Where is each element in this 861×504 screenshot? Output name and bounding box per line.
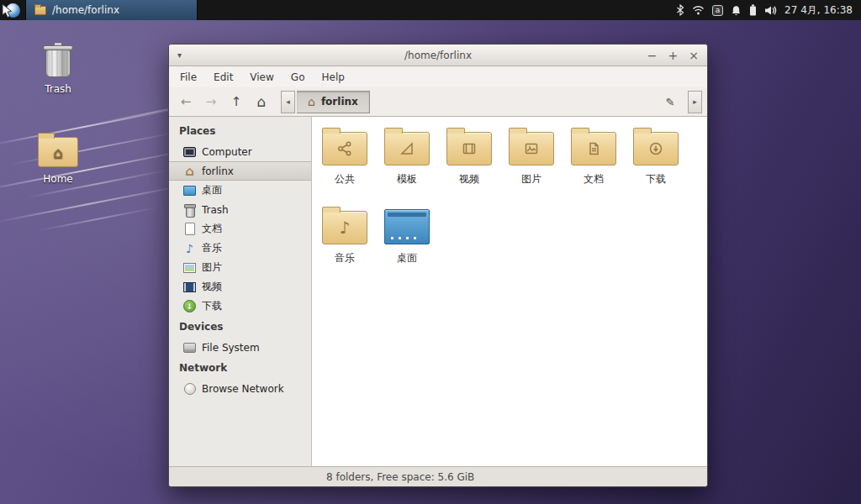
folder-template-icon bbox=[384, 132, 430, 165]
music-note-icon: ♪ bbox=[340, 219, 351, 236]
sidebar-item-label: 音乐 bbox=[202, 241, 222, 255]
back-button[interactable]: ← bbox=[174, 91, 198, 113]
menu-go[interactable]: Go bbox=[283, 69, 313, 86]
network-globe-icon bbox=[182, 382, 197, 396]
sidebar-item-label: 视频 bbox=[202, 280, 222, 294]
sidebar-item-desktop[interactable]: 桌面 bbox=[169, 181, 311, 200]
file-label: 视频 bbox=[459, 172, 479, 186]
sidebar-item-label: File System bbox=[202, 342, 260, 354]
file-label: 公共 bbox=[335, 172, 355, 186]
desktop-icon-trash[interactable]: Trash bbox=[23, 42, 93, 95]
pathbar-current-button[interactable]: ⌂ forlinx bbox=[297, 91, 370, 113]
pathbar-scroll-right-button[interactable]: ▸ bbox=[688, 91, 702, 113]
file-item-downloads[interactable]: 下载 bbox=[625, 127, 687, 206]
sidebar-item-videos[interactable]: 视频 bbox=[169, 277, 311, 297]
taskbar-window-button[interactable]: /home/forlinx bbox=[25, 0, 198, 20]
pathbar-current-label: forlinx bbox=[321, 96, 358, 108]
home-folder-icon: ⌂ bbox=[38, 137, 78, 167]
folder-share-icon bbox=[322, 132, 367, 165]
file-item-templates[interactable]: 模板 bbox=[376, 127, 438, 206]
sidebar-heading-network: Network bbox=[169, 357, 311, 379]
menu-view[interactable]: View bbox=[242, 69, 281, 86]
folder-picture-icon bbox=[509, 132, 554, 165]
window-menu-icon[interactable]: ▾ bbox=[177, 50, 182, 60]
sidebar-item-label: Trash bbox=[202, 204, 229, 216]
sidebar-item-home[interactable]: ⌂ forlinx bbox=[169, 161, 311, 181]
bluetooth-icon[interactable] bbox=[676, 4, 684, 16]
sidebar-item-label: 桌面 bbox=[202, 183, 222, 197]
top-panel: /home/forlinx a 27 4月, 16:38 bbox=[0, 0, 861, 20]
taskbar-window-label: /home/forlinx bbox=[52, 4, 119, 16]
sidebar-item-pictures[interactable]: 图片 bbox=[169, 258, 311, 277]
sidebar-item-trash[interactable]: Trash bbox=[169, 200, 311, 219]
trash-icon bbox=[43, 42, 73, 77]
file-label: 下载 bbox=[646, 172, 666, 186]
sidebar-item-downloads[interactable]: ↓ 下载 bbox=[169, 297, 311, 316]
sidebar-item-music[interactable]: ♪ 音乐 bbox=[169, 239, 311, 258]
file-item-public[interactable]: 公共 bbox=[314, 127, 376, 206]
window-title: /home/forlinx bbox=[169, 50, 707, 61]
home-icon: ⌂ bbox=[308, 95, 315, 108]
music-note-icon: ♪ bbox=[182, 242, 197, 255]
file-label: 音乐 bbox=[335, 251, 355, 265]
file-item-music[interactable]: ♪ 音乐 bbox=[314, 206, 376, 285]
sidebar-item-filesystem[interactable]: File System bbox=[169, 338, 311, 357]
pathbar-edit-button[interactable]: ✎ bbox=[659, 91, 681, 113]
notifications-bell-icon[interactable] bbox=[731, 5, 742, 16]
menu-help[interactable]: Help bbox=[314, 69, 351, 86]
statusbar-text: 8 folders, Free space: 5.6 GiB bbox=[326, 471, 474, 483]
home-icon: ⌂ bbox=[182, 165, 197, 178]
download-icon: ↓ bbox=[182, 300, 197, 313]
menu-file[interactable]: File bbox=[172, 69, 204, 86]
clock[interactable]: 27 4月, 16:38 bbox=[784, 3, 853, 18]
trash-icon bbox=[182, 203, 197, 217]
desktop-icon-home[interactable]: ⌂ Home bbox=[23, 133, 93, 185]
sidebar-item-computer[interactable]: Computer bbox=[169, 142, 311, 161]
desktop-monitor-icon bbox=[384, 209, 430, 244]
desktop-icon bbox=[182, 184, 197, 197]
sidebar-item-label: Browse Network bbox=[202, 383, 284, 395]
menu-edit[interactable]: Edit bbox=[206, 69, 240, 86]
file-view[interactable]: 公共 模板 视频 bbox=[312, 117, 707, 466]
window-controls: − + × bbox=[647, 50, 699, 61]
toolbar: ← → ↑ ⌂ ◂ ⌂ forlinx ✎ ▸ bbox=[169, 87, 707, 117]
wifi-icon[interactable] bbox=[692, 5, 705, 15]
volume-icon[interactable] bbox=[764, 5, 777, 16]
sidebar-item-label: 文档 bbox=[202, 222, 222, 236]
battery-icon[interactable] bbox=[749, 4, 757, 16]
input-method-icon[interactable]: a bbox=[712, 5, 723, 16]
titlebar[interactable]: ▾ /home/forlinx − + × bbox=[169, 45, 707, 66]
applications-menu-button[interactable] bbox=[0, 0, 25, 20]
desktop-icon-label: Trash bbox=[45, 83, 71, 95]
sidebar-item-label: 图片 bbox=[202, 260, 222, 275]
folder-video-icon bbox=[446, 132, 492, 165]
up-button[interactable]: ↑ bbox=[224, 91, 248, 113]
sidebar-item-browse-network[interactable]: Browse Network bbox=[169, 379, 311, 398]
folder-music-icon: ♪ bbox=[322, 211, 367, 244]
computer-icon bbox=[182, 145, 197, 159]
folder-download-icon bbox=[633, 132, 679, 165]
sidebar-item-label: 下载 bbox=[202, 299, 222, 313]
sidebar-item-documents[interactable]: 文档 bbox=[169, 219, 311, 239]
file-item-desktop[interactable]: 桌面 bbox=[376, 206, 438, 285]
forward-button[interactable]: → bbox=[199, 91, 223, 113]
film-icon bbox=[182, 281, 197, 294]
trash-body bbox=[45, 50, 71, 77]
pathbar-scroll-left-button[interactable]: ◂ bbox=[281, 91, 295, 113]
file-label: 图片 bbox=[521, 172, 541, 186]
file-item-videos[interactable]: 视频 bbox=[438, 127, 500, 206]
picture-icon bbox=[182, 261, 197, 275]
document-icon bbox=[182, 223, 197, 236]
maximize-button[interactable]: + bbox=[668, 50, 679, 61]
file-item-pictures[interactable]: 图片 bbox=[500, 127, 563, 206]
file-item-documents[interactable]: 文档 bbox=[563, 127, 625, 206]
file-label: 桌面 bbox=[397, 251, 417, 265]
folder-icon bbox=[34, 6, 46, 15]
minimize-button[interactable]: − bbox=[647, 50, 658, 61]
sidebar: Places Computer ⌂ forlinx 桌面 Trash 文档 bbox=[169, 117, 312, 466]
menubar: File Edit View Go Help bbox=[169, 66, 707, 87]
file-label: 文档 bbox=[584, 172, 604, 186]
close-button[interactable]: × bbox=[689, 50, 699, 61]
desktop-icon-label: Home bbox=[43, 173, 72, 185]
home-button[interactable]: ⌂ bbox=[250, 91, 273, 113]
